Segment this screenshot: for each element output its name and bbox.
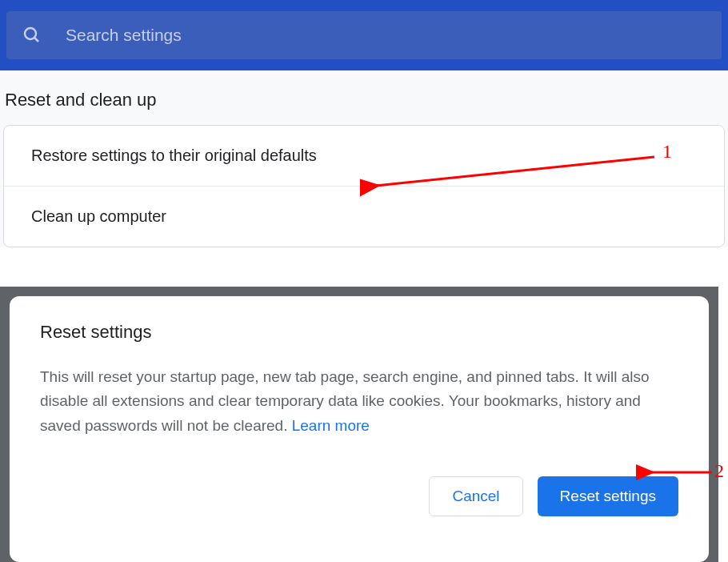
search-placeholder: Search settings (66, 26, 182, 45)
search-icon (22, 26, 42, 45)
modal-body: This will reset your startup page, new t… (40, 365, 678, 438)
header-bar: Search settings (0, 0, 728, 70)
search-settings-input[interactable]: Search settings (6, 11, 722, 59)
cleanup-computer-option[interactable]: Clean up computer (4, 187, 724, 247)
svg-line-1 (34, 38, 38, 42)
section-title: Reset and clean up (0, 70, 728, 125)
learn-more-link[interactable]: Learn more (292, 417, 370, 434)
svg-point-0 (25, 28, 36, 39)
modal-actions: Cancel Reset settings (40, 476, 678, 516)
reset-settings-dialog: Reset settings This will reset your star… (10, 296, 709, 562)
reset-settings-button[interactable]: Reset settings (538, 476, 678, 516)
restore-defaults-option[interactable]: Restore settings to their original defau… (4, 126, 724, 187)
modal-overlay: Reset settings This will reset your star… (0, 287, 718, 562)
cancel-button[interactable]: Cancel (429, 476, 522, 516)
options-card: Restore settings to their original defau… (3, 125, 725, 247)
modal-title: Reset settings (40, 322, 678, 343)
content-area: Reset and clean up Restore settings to t… (0, 70, 728, 247)
